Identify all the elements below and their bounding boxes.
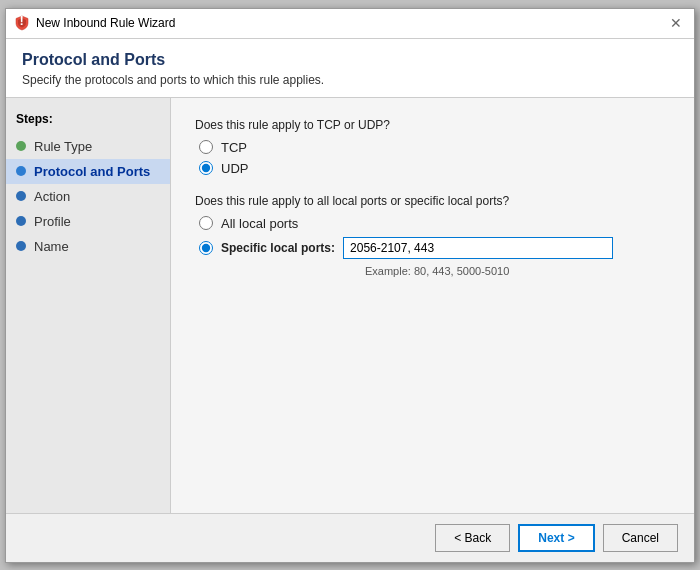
- dot-action: [16, 191, 26, 201]
- titlebar-left: ! New Inbound Rule Wizard: [14, 15, 175, 31]
- specific-ports-label: Specific local ports:: [221, 241, 335, 255]
- specific-ports-radio-row: Specific local ports:: [199, 237, 670, 259]
- sidebar-item-action[interactable]: Action: [6, 184, 170, 209]
- cancel-button[interactable]: Cancel: [603, 524, 678, 552]
- dot-profile: [16, 216, 26, 226]
- sidebar-label-action: Action: [34, 189, 70, 204]
- footer: < Back Next > Cancel: [6, 513, 694, 562]
- sidebar-item-rule-type[interactable]: Rule Type: [6, 134, 170, 159]
- all-ports-radio-row: All local ports: [199, 216, 670, 231]
- content-area: Steps: Rule Type Protocol and Ports Acti…: [6, 98, 694, 513]
- dot-protocol-ports: [16, 166, 26, 176]
- udp-radio[interactable]: [199, 161, 213, 175]
- sidebar-item-name[interactable]: Name: [6, 234, 170, 259]
- titlebar: ! New Inbound Rule Wizard ✕: [6, 9, 694, 39]
- sidebar-item-protocol-ports[interactable]: Protocol and Ports: [6, 159, 170, 184]
- back-button[interactable]: < Back: [435, 524, 510, 552]
- close-button[interactable]: ✕: [666, 15, 686, 31]
- ports-question: Does this rule apply to all local ports …: [195, 194, 670, 208]
- dot-rule-type: [16, 141, 26, 151]
- page-title: Protocol and Ports: [22, 51, 678, 69]
- tcp-radio-row: TCP: [199, 140, 670, 155]
- sidebar: Steps: Rule Type Protocol and Ports Acti…: [6, 98, 171, 513]
- all-ports-radio[interactable]: [199, 216, 213, 230]
- sidebar-label-name: Name: [34, 239, 69, 254]
- tcp-udp-section: Does this rule apply to TCP or UDP? TCP …: [195, 118, 670, 176]
- specific-ports-radio[interactable]: [199, 241, 213, 255]
- ports-input[interactable]: [343, 237, 613, 259]
- main-panel: Does this rule apply to TCP or UDP? TCP …: [171, 98, 694, 513]
- window-title: New Inbound Rule Wizard: [36, 16, 175, 30]
- tcp-udp-radio-group: TCP UDP: [195, 140, 670, 176]
- ports-radio-group: All local ports Specific local ports: Ex…: [195, 216, 670, 277]
- udp-label: UDP: [221, 161, 248, 176]
- page-subtitle: Specify the protocols and ports to which…: [22, 73, 678, 87]
- svg-text:!: !: [20, 15, 24, 28]
- all-ports-label: All local ports: [221, 216, 298, 231]
- tcp-radio[interactable]: [199, 140, 213, 154]
- sidebar-heading: Steps:: [6, 108, 170, 134]
- header-section: Protocol and Ports Specify the protocols…: [6, 39, 694, 98]
- sidebar-label-protocol-ports: Protocol and Ports: [34, 164, 150, 179]
- tcp-label: TCP: [221, 140, 247, 155]
- ports-section: Does this rule apply to all local ports …: [195, 194, 670, 277]
- wizard-window: ! New Inbound Rule Wizard ✕ Protocol and…: [5, 8, 695, 563]
- sidebar-label-rule-type: Rule Type: [34, 139, 92, 154]
- udp-radio-row: UDP: [199, 161, 670, 176]
- sidebar-label-profile: Profile: [34, 214, 71, 229]
- ports-example: Example: 80, 443, 5000-5010: [365, 265, 670, 277]
- shield-icon: !: [14, 15, 30, 31]
- next-button[interactable]: Next >: [518, 524, 594, 552]
- sidebar-item-profile[interactable]: Profile: [6, 209, 170, 234]
- tcp-udp-question: Does this rule apply to TCP or UDP?: [195, 118, 670, 132]
- dot-name: [16, 241, 26, 251]
